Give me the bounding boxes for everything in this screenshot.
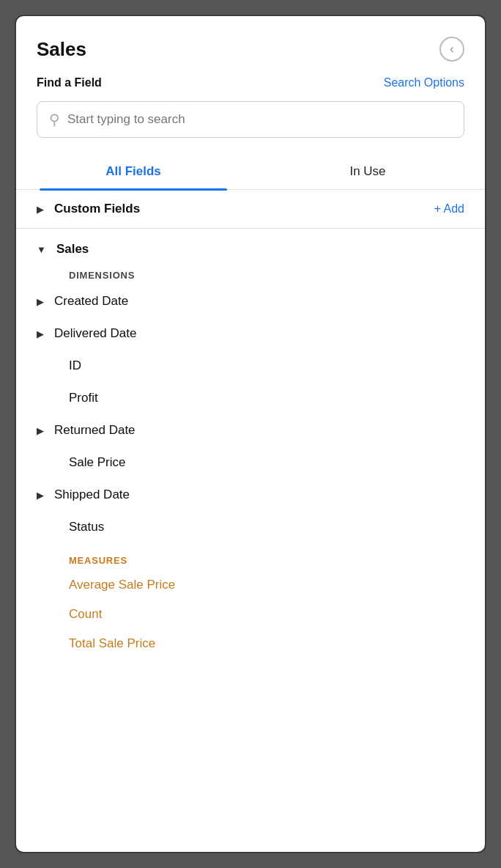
returned-date-arrow: ▶	[37, 425, 44, 436]
field-row-delivered-date[interactable]: ▶ Delivered Date	[16, 317, 485, 350]
tab-in-use[interactable]: In Use	[250, 152, 485, 189]
field-status: Status	[69, 520, 104, 534]
field-row-returned-date[interactable]: ▶ Returned Date	[16, 414, 485, 446]
tab-all-fields[interactable]: All Fields	[16, 152, 250, 189]
sales-header-row: ▼ Sales	[16, 239, 485, 262]
field-shipped-date: Shipped Date	[54, 488, 130, 502]
back-icon: ‹	[450, 43, 453, 56]
panel-title: Sales	[37, 38, 86, 61]
sales-label: Sales	[56, 242, 89, 257]
search-input[interactable]	[67, 112, 452, 127]
tabs-row: All Fields In Use	[16, 152, 485, 190]
custom-fields-title: Custom Fields	[54, 202, 140, 216]
shipped-date-arrow: ▶	[37, 490, 44, 501]
field-row-sale-price[interactable]: Sale Price	[16, 446, 485, 479]
measures-label: MEASURES	[16, 543, 485, 570]
field-row-id[interactable]: ID	[16, 350, 485, 382]
field-row-shipped-date[interactable]: ▶ Shipped Date	[16, 479, 485, 511]
back-button[interactable]: ‹	[439, 37, 464, 62]
delivered-date-arrow: ▶	[37, 328, 44, 339]
find-field-label: Find a Field	[37, 76, 102, 89]
field-profit: Profit	[69, 391, 98, 405]
dimensions-label: DIMENSIONS	[16, 262, 485, 285]
panel-header: Sales ‹	[16, 16, 485, 73]
field-created-date: Created Date	[54, 294, 128, 309]
search-options-link[interactable]: Search Options	[384, 76, 464, 89]
search-icon: ⚲	[49, 111, 60, 128]
sales-arrow[interactable]: ▼	[37, 244, 46, 255]
field-row-status[interactable]: Status	[16, 511, 485, 543]
custom-fields-left: ▶ Custom Fields	[37, 202, 140, 216]
field-id: ID	[69, 358, 81, 373]
find-field-row: Find a Field Search Options	[16, 73, 485, 98]
search-bar-container: ⚲	[16, 98, 485, 152]
field-delivered-date: Delivered Date	[54, 326, 136, 341]
custom-fields-arrow[interactable]: ▶	[37, 204, 44, 215]
measure-count[interactable]: Count	[16, 600, 485, 629]
field-row-profit[interactable]: Profit	[16, 382, 485, 414]
main-panel: Sales ‹ Find a Field Search Options ⚲ Al…	[15, 15, 486, 853]
sales-section: ▼ Sales DIMENSIONS ▶ Created Date ▶ Deli…	[16, 229, 485, 658]
add-custom-field-button[interactable]: + Add	[434, 202, 464, 216]
field-sale-price: Sale Price	[69, 455, 125, 470]
search-bar: ⚲	[37, 101, 464, 138]
custom-fields-section: ▶ Custom Fields + Add	[16, 190, 485, 229]
measure-total-sale-price[interactable]: Total Sale Price	[16, 629, 485, 658]
field-returned-date: Returned Date	[54, 423, 136, 438]
created-date-arrow: ▶	[37, 296, 44, 307]
measure-average-sale-price[interactable]: Average Sale Price	[16, 570, 485, 600]
field-row-created-date[interactable]: ▶ Created Date	[16, 285, 485, 317]
